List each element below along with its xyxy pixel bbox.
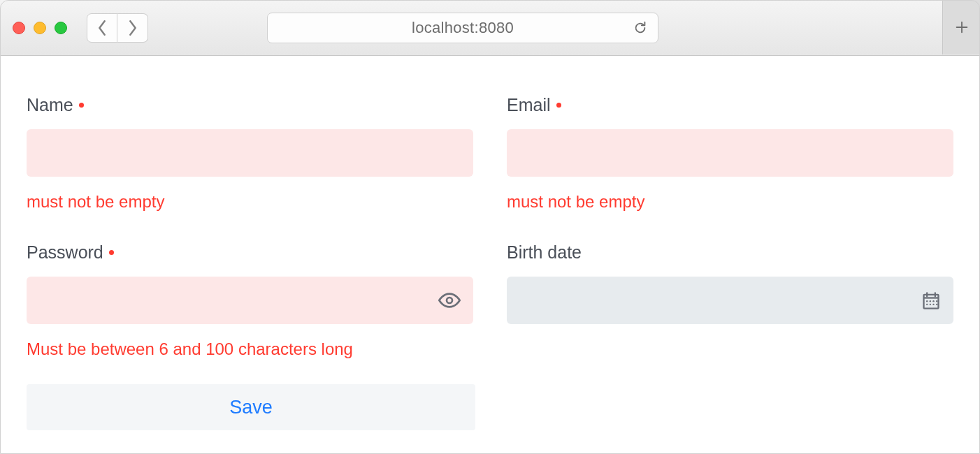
field-name: Name must not be empty bbox=[27, 95, 473, 212]
password-label-text: Password bbox=[27, 242, 103, 263]
svg-point-4 bbox=[932, 300, 934, 302]
form-grid: Name must not be empty Email must not be… bbox=[27, 95, 953, 359]
field-password: Password Must be between 6 and 100 chara… bbox=[27, 242, 473, 359]
page-content: Name must not be empty Email must not be… bbox=[0, 56, 980, 430]
birthdate-label: Birth date bbox=[507, 242, 953, 263]
birthdate-input[interactable] bbox=[507, 277, 953, 324]
svg-point-7 bbox=[930, 304, 931, 305]
name-input[interactable] bbox=[27, 129, 473, 177]
fullscreen-window-button[interactable] bbox=[55, 22, 67, 34]
chevron-left-icon bbox=[97, 20, 107, 36]
svg-point-6 bbox=[926, 304, 928, 305]
password-error: Must be between 6 and 100 characters lon… bbox=[27, 339, 473, 359]
nav-buttons bbox=[87, 13, 148, 43]
save-row: Save bbox=[27, 384, 953, 430]
email-input[interactable] bbox=[507, 129, 953, 177]
birthdate-label-text: Birth date bbox=[507, 242, 582, 263]
required-indicator-icon bbox=[556, 103, 561, 108]
reload-button[interactable] bbox=[633, 20, 648, 36]
browser-toolbar: localhost:8080 bbox=[0, 0, 980, 56]
eye-icon bbox=[438, 289, 461, 312]
window-controls bbox=[13, 22, 67, 34]
svg-point-5 bbox=[936, 300, 937, 302]
calendar-icon bbox=[921, 291, 941, 310]
svg-point-0 bbox=[447, 298, 452, 303]
open-datepicker-button[interactable] bbox=[921, 291, 941, 310]
svg-point-8 bbox=[932, 304, 934, 305]
email-label-text: Email bbox=[507, 95, 551, 115]
field-email: Email must not be empty bbox=[507, 95, 953, 212]
password-input[interactable] bbox=[27, 277, 473, 324]
plus-icon bbox=[954, 20, 970, 35]
name-error: must not be empty bbox=[27, 192, 473, 212]
name-label-text: Name bbox=[27, 95, 73, 115]
email-label: Email bbox=[507, 95, 953, 115]
forward-button[interactable] bbox=[117, 13, 148, 43]
close-window-button[interactable] bbox=[13, 22, 25, 34]
chevron-right-icon bbox=[128, 20, 138, 36]
required-indicator-icon bbox=[109, 250, 114, 255]
new-tab-button[interactable] bbox=[942, 0, 980, 54]
back-button[interactable] bbox=[87, 13, 117, 43]
reload-icon bbox=[633, 20, 648, 36]
name-label: Name bbox=[27, 95, 473, 115]
address-text: localhost:8080 bbox=[412, 19, 514, 37]
password-label: Password bbox=[27, 242, 473, 263]
svg-point-3 bbox=[930, 300, 931, 302]
required-indicator-icon bbox=[79, 103, 84, 108]
minimize-window-button[interactable] bbox=[34, 22, 46, 34]
svg-point-9 bbox=[936, 304, 937, 305]
save-button[interactable]: Save bbox=[27, 384, 475, 430]
address-bar[interactable]: localhost:8080 bbox=[267, 13, 658, 43]
field-birthdate: Birth date bbox=[507, 242, 953, 359]
svg-point-2 bbox=[926, 300, 928, 302]
toggle-password-visibility-button[interactable] bbox=[438, 289, 461, 312]
email-error: must not be empty bbox=[507, 192, 953, 212]
